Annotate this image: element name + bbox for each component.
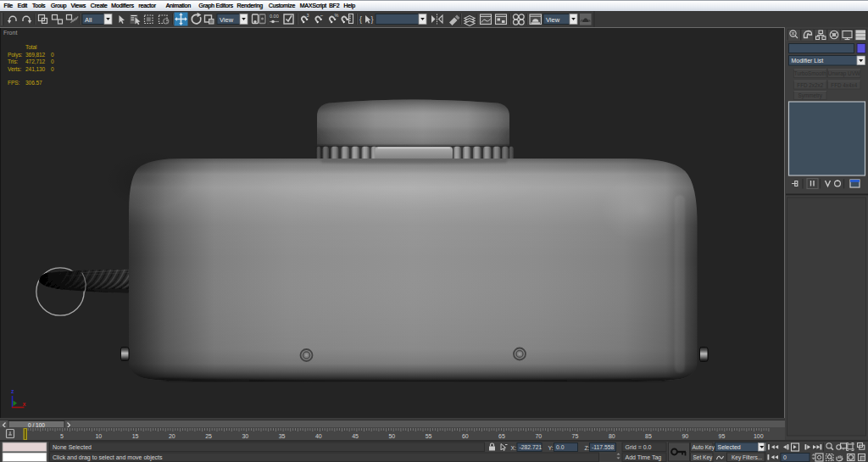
svg-text:45: 45: [352, 433, 359, 439]
svg-text:85: 85: [645, 433, 652, 439]
svg-text:Symmetry: Symmetry: [798, 92, 823, 99]
svg-text:Set Key: Set Key: [693, 454, 714, 461]
svg-text:95: 95: [719, 433, 726, 439]
svg-text:-282.721: -282.721: [520, 444, 542, 450]
svg-text:Click and drag to select and m: Click and drag to select and move object…: [53, 454, 163, 461]
svg-text:-117.558: -117.558: [592, 444, 615, 450]
svg-text:Modifier List: Modifier List: [792, 58, 824, 64]
svg-text:25: 25: [205, 433, 212, 439]
svg-text:5: 5: [60, 433, 64, 439]
svg-text:View: View: [546, 16, 560, 24]
svg-text:Key Filters...: Key Filters...: [732, 454, 762, 461]
svg-text:Z:: Z:: [585, 445, 590, 451]
svg-text:100: 100: [754, 433, 764, 439]
svg-text:80: 80: [609, 433, 615, 439]
svg-text:15: 15: [132, 433, 139, 439]
svg-text:}: }: [371, 15, 374, 24]
svg-text:Selected: Selected: [718, 444, 741, 450]
svg-text:⌐: ⌐: [320, 13, 323, 18]
svg-text:50: 50: [388, 433, 395, 439]
svg-text:0.0: 0.0: [556, 444, 565, 450]
svg-text:FFD 4x4x4: FFD 4x4x4: [831, 82, 857, 88]
svg-text:%: %: [335, 13, 339, 18]
svg-text:View: View: [220, 16, 234, 24]
svg-text:Add Time Tag: Add Time Tag: [626, 454, 662, 461]
svg-text:30: 30: [242, 433, 248, 439]
svg-text:{: {: [359, 15, 362, 24]
svg-text:None Selected: None Selected: [53, 444, 92, 450]
svg-text:35: 35: [279, 433, 286, 439]
svg-text:40: 40: [315, 433, 322, 439]
svg-text:20: 20: [169, 433, 175, 439]
svg-text:All: All: [85, 16, 92, 24]
svg-text:Y:: Y:: [548, 445, 554, 451]
svg-text:10: 10: [95, 433, 102, 439]
svg-text:Auto Key: Auto Key: [693, 444, 715, 451]
svg-text:X:: X:: [511, 445, 517, 451]
svg-text:60: 60: [462, 433, 469, 439]
svg-text:75: 75: [572, 433, 579, 439]
svg-text:90: 90: [682, 433, 688, 439]
svg-text:Unwrap UVW: Unwrap UVW: [828, 70, 860, 77]
svg-text:3: 3: [307, 13, 309, 18]
svg-text:Grid = 0.0: Grid = 0.0: [626, 444, 652, 450]
svg-text:55: 55: [426, 433, 432, 439]
svg-text:70: 70: [535, 433, 542, 439]
svg-text:0.00: 0.00: [270, 14, 279, 19]
svg-text:65: 65: [498, 433, 505, 439]
svg-text:TurboSmooth: TurboSmooth: [794, 70, 826, 76]
svg-text:0: 0: [783, 454, 787, 460]
svg-text:FFD 2x2x2: FFD 2x2x2: [797, 82, 823, 88]
